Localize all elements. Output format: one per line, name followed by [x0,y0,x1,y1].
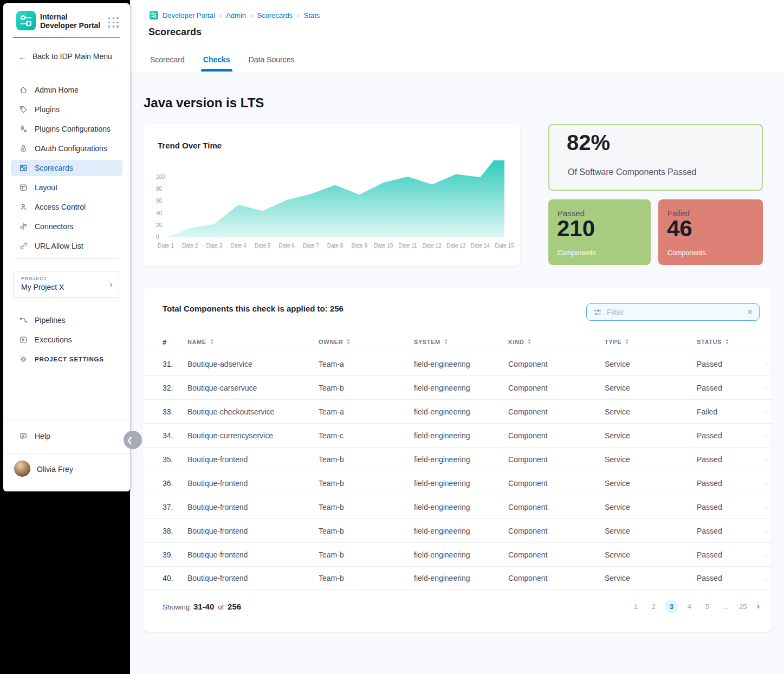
cell-index: 39. [163,550,187,559]
table-row[interactable]: 40. Boutique-frontend Team-b field-engin… [143,566,772,590]
column-header-system[interactable]: SYSTEM [414,339,508,346]
page-button-1[interactable]: 1 [629,600,642,613]
table-row[interactable]: 34. Boutique-currencyservice Team-c fiel… [143,423,772,447]
gears-icon [19,125,28,133]
cell-index: 35. [163,455,187,464]
passed-card: Passed 210 Components [548,199,651,265]
cell-system: field-engineering [414,479,508,488]
table-row[interactable]: 32. Boutique-carservuce Team-b field-eng… [143,375,772,399]
person-icon [19,203,28,211]
table-row[interactable]: 35. Boutique-frontend Team-b field-engin… [143,447,772,471]
table-row[interactable]: 38. Boutique-frontend Team-b field-engin… [143,519,772,542]
cell-name: Boutique-checkoutservice [187,407,319,416]
cell-kind: Component [508,431,605,440]
column-header-type[interactable]: TYPE [605,339,697,346]
cell-name: Boutique-frontend [187,527,319,535]
failed-count: 46 [667,216,692,242]
cell-type: Service [605,407,697,416]
table-row[interactable]: 39. Boutique-frontend Team-b field-engin… [143,542,772,566]
next-page-button[interactable]: › [754,601,760,612]
table-row[interactable]: 33. Boutique-checkoutservice Team-a fiel… [143,399,772,423]
scorecard-icon [19,164,28,172]
cell-owner: Team-a [319,360,414,368]
cell-owner: Team-b [319,550,414,559]
chevron-right-icon: › [765,503,767,511]
table-row[interactable]: 37. Boutique-frontend Team-b field-engin… [143,495,772,519]
close-icon[interactable]: ✕ [747,308,753,316]
cell-kind: Component [508,574,605,582]
apps-grid-icon[interactable] [108,17,119,28]
trend-area-chart [166,160,504,237]
back-to-idp-main-menu[interactable]: ← Back to IDP Main Menu [10,49,125,64]
column-header-owner[interactable]: OWNER [319,339,414,346]
cell-system: field-engineering [414,574,508,582]
filter-input[interactable] [607,308,742,316]
cell-status: Passed [697,527,760,535]
play-icon [19,335,28,344]
table-header-row: # NAME OWNER SYSTEM KIND TYPE STATUS [163,334,760,350]
column-header-kind[interactable]: KIND [508,339,605,346]
table-row[interactable]: 31. Boutique-adservice Team-a field-engi… [143,352,772,375]
cell-index: 37. [163,503,187,511]
divider [13,68,120,68]
page-button-3[interactable]: 3 [665,600,678,613]
cell-type: Service [605,384,697,392]
page-button-5[interactable]: 5 [701,600,714,613]
sidebar-item-plugins-configurations[interactable]: Plugins Configurations [11,121,122,137]
tab-data-sources[interactable]: Data Sources [249,55,295,72]
project-selector[interactable]: PROJECT My Project X › [13,271,119,298]
filter-box: ✕ [586,303,760,321]
cell-type: Service [605,503,697,511]
breadcrumb-stats[interactable]: Stats [303,11,320,20]
layout-icon [19,183,28,192]
column-header-name[interactable]: NAME [187,339,319,346]
cell-system: field-engineering [414,431,508,440]
cell-owner: Team-a [319,407,414,416]
sort-icon [444,339,448,346]
cell-name: Boutique-adservice [187,360,319,368]
logo-divider [13,37,120,38]
table-row[interactable]: 36. Boutique-frontend Team-b field-engin… [143,471,772,495]
sidebar-item-access-control[interactable]: Access Control [11,199,122,215]
breadcrumb-developer-portal[interactable]: Developer Portal [163,11,215,20]
breadcrumb-admin[interactable]: Admin [226,11,246,20]
cell-name: Boutique-frontend [187,503,319,511]
page-button-25[interactable]: 25 [736,600,749,613]
sidebar-item-url-allow-list[interactable]: URL Allow List [11,238,122,254]
cell-index: 31. [163,360,187,368]
pagination: 12345...25› [629,600,760,613]
cell-system: field-engineering [414,503,508,511]
page-button-2[interactable]: 2 [647,600,660,613]
tab-checks[interactable]: Checks [203,55,230,72]
page-button-4[interactable]: 4 [683,600,696,613]
cell-type: Service [605,479,697,488]
sidebar-item-connectors[interactable]: Connectors [11,218,122,235]
tab-scorecard[interactable]: Scorecard [150,55,185,72]
cell-status: Passed [697,550,760,559]
components-table-card: Total Components this check is applied t… [143,288,772,632]
cell-kind: Component [508,527,605,535]
column-header-status[interactable]: STATUS [697,339,760,346]
sidebar-item-pipelines[interactable]: Pipelines [11,312,122,328]
sidebar-item-project-settings[interactable]: PROJECT SETTINGS [11,351,122,367]
cell-name: Boutique-frontend [187,455,319,464]
sidebar-item-oauth-configurations[interactable]: OAuth Configurations [11,140,122,157]
cell-system: field-engineering [414,407,508,416]
breadcrumb-scorecards[interactable]: Scorecards [257,11,293,20]
cell-status: Passed [697,503,760,511]
cell-index: 33. [163,407,187,416]
sidebar-item-scorecards[interactable]: Scorecards [11,160,122,176]
sidebar-item-admin-home[interactable]: Admin Home [11,82,122,98]
chevron-right-icon: › [765,384,767,392]
cell-owner: Team-c [319,431,414,440]
sidebar-item-layout[interactable]: Layout [11,179,122,196]
project-label: PROJECT [21,276,47,281]
showing-range: 31-40 [193,602,214,611]
cell-type: Service [605,527,697,535]
sidebar-item-plugins[interactable]: Plugins [11,101,122,118]
avatar[interactable] [14,461,30,477]
sidebar-item-help[interactable]: Help [11,428,122,444]
cell-kind: Component [508,360,605,368]
sidebar-item-executions[interactable]: Executions [11,332,122,348]
sidebar-collapse-handle[interactable]: ❮ [124,431,142,449]
